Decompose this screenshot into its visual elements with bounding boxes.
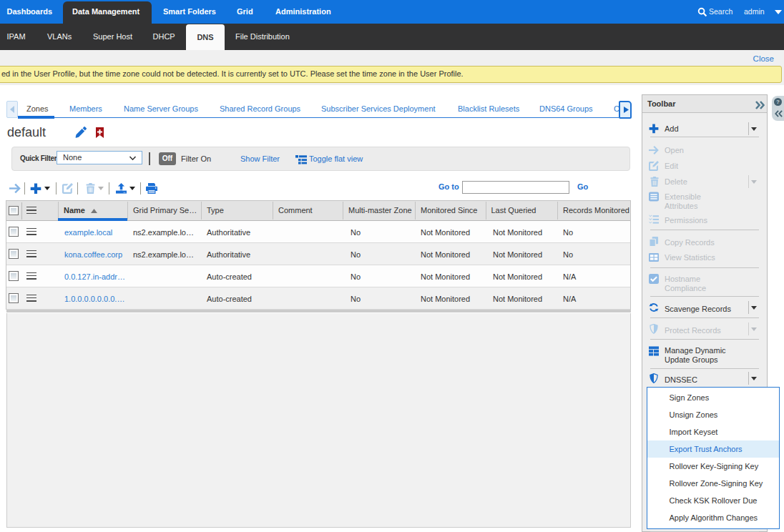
svg-text:?: ? [776,99,780,105]
